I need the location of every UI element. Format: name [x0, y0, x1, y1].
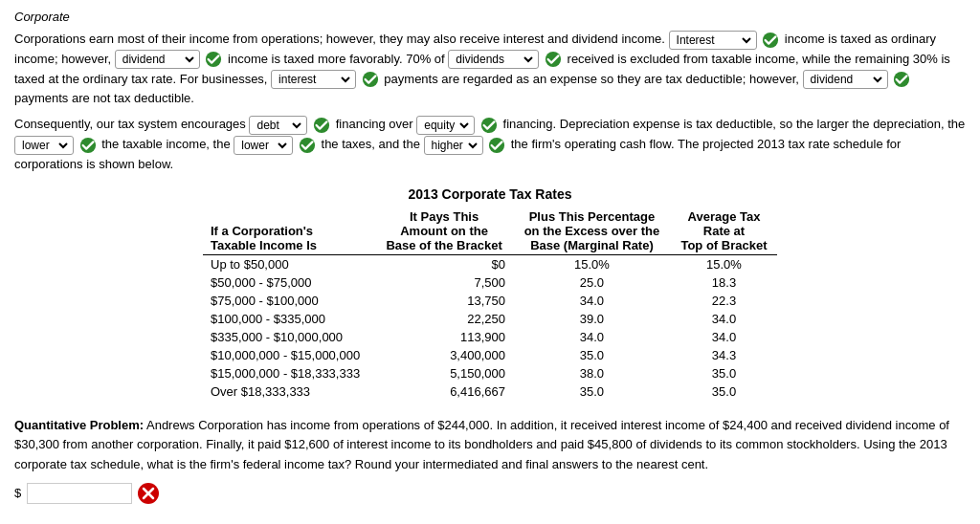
- select-equity[interactable]: equity debt: [416, 116, 475, 135]
- select-lower-2[interactable]: lower higher: [234, 136, 293, 155]
- table-row: $10,000,000 - $15,000,000 3,400,000 35.0…: [203, 346, 777, 364]
- table-row: $100,000 - $335,000 22,250 39.0 34.0: [203, 310, 777, 328]
- avg-cell: 22.3: [671, 292, 777, 310]
- select-higher[interactable]: higher lower: [424, 136, 483, 155]
- interest-select[interactable]: Interest Dividend Capital gain: [672, 33, 754, 48]
- select-lower-1[interactable]: lower higher: [14, 136, 74, 155]
- dollar-sign: $: [14, 484, 21, 504]
- paragraph-1: Corporations earn most of their income f…: [14, 30, 966, 109]
- col3-header: Plus This Percentageon the Excess over t…: [513, 207, 671, 255]
- check-icon-5: [893, 71, 910, 88]
- income-cell: $50,000 - $75,000: [203, 273, 375, 292]
- income-cell: $10,000,000 - $15,000,000: [203, 346, 375, 364]
- lower-1-select[interactable]: lower higher: [17, 138, 71, 153]
- lower-2-select[interactable]: lower higher: [236, 138, 290, 153]
- base-cell: 3,400,000: [375, 346, 513, 364]
- table-row: $15,000,000 - $18,333,333 5,150,000 38.0…: [203, 364, 777, 382]
- avg-cell: 34.0: [671, 328, 777, 346]
- x-icon: [142, 487, 155, 500]
- equity-select[interactable]: equity debt: [419, 118, 472, 133]
- check-icon-10: [488, 137, 505, 154]
- check-icon-4: [362, 71, 379, 88]
- text-6: Consequently, our tax system encourages: [14, 117, 249, 131]
- check-icon-7: [480, 117, 498, 134]
- marginal-cell: 25.0: [513, 273, 671, 292]
- answer-input[interactable]: [27, 483, 132, 504]
- marginal-cell: 38.0: [513, 364, 671, 382]
- dividend-1-select[interactable]: dividend interest capital gain: [118, 52, 197, 67]
- check-icon-3: [545, 51, 562, 68]
- text-4: payments are regarded as an expense so t…: [384, 72, 802, 86]
- avg-cell: 18.3: [671, 273, 777, 292]
- income-cell: $100,000 - $335,000: [203, 310, 375, 328]
- clear-button[interactable]: [138, 483, 159, 504]
- table-row: Up to $50,000 $0 15.0% 15.0%: [203, 254, 777, 273]
- income-cell: Up to $50,000: [203, 254, 375, 273]
- col1-header: If a Corporation'sTaxable Income Is: [203, 207, 375, 255]
- quantitative-body: Andrews Corporation has income from oper…: [14, 418, 949, 472]
- text-9: the taxable income, the: [101, 137, 234, 151]
- avg-cell: 35.0: [671, 364, 777, 382]
- tax-table-section: 2013 Corporate Tax Rates If a Corporatio…: [203, 186, 777, 401]
- select-dividend-1[interactable]: dividend interest capital gain: [115, 50, 200, 69]
- paragraph-2: Consequently, our tax system encourages …: [14, 115, 966, 174]
- table-row: Over $18,333,333 6,416,667 35.0 35.0: [203, 382, 777, 401]
- debt-select[interactable]: debt equity: [252, 118, 304, 133]
- select-debt[interactable]: debt equity: [249, 116, 307, 135]
- intro-text-1: Corporations earn most of their income f…: [14, 32, 665, 46]
- avg-cell: 34.3: [671, 346, 777, 364]
- check-icon-2: [205, 51, 222, 68]
- select-interest-2[interactable]: interest dividend capital gain: [271, 70, 356, 89]
- marginal-cell: 15.0%: [513, 254, 671, 273]
- base-cell: 7,500: [375, 273, 513, 292]
- marginal-cell: 39.0: [513, 310, 671, 328]
- text-2: income is taxed more favorably. 70% of: [228, 52, 448, 66]
- marginal-cell: 34.0: [513, 328, 671, 346]
- section-title: Corporate: [14, 10, 966, 24]
- tax-rate-table: If a Corporation'sTaxable Income Is It P…: [203, 207, 777, 401]
- quantitative-text: Quantitative Problem: Andrews Corporatio…: [14, 416, 966, 475]
- income-cell: $335,000 - $10,000,000: [203, 328, 375, 346]
- text-7: financing over: [336, 117, 417, 131]
- base-cell: 5,150,000: [375, 364, 513, 382]
- dividends-select[interactable]: dividends interest capital gains: [451, 52, 536, 67]
- dividend-2-select[interactable]: dividend interest capital gain: [806, 72, 885, 87]
- marginal-cell: 35.0: [513, 382, 671, 401]
- avg-cell: 34.0: [671, 310, 777, 328]
- avg-cell: 35.0: [671, 382, 777, 401]
- base-cell: 22,250: [375, 310, 513, 328]
- table-title: 2013 Corporate Tax Rates: [203, 186, 777, 202]
- select-dividends[interactable]: dividends interest capital gains: [448, 50, 539, 69]
- base-cell: 13,750: [375, 292, 513, 310]
- income-cell: Over $18,333,333: [203, 382, 375, 401]
- select-dividend-2[interactable]: dividend interest capital gain: [803, 70, 888, 89]
- check-icon-1: [762, 32, 779, 49]
- answer-row: $: [14, 483, 966, 504]
- higher-select[interactable]: higher lower: [427, 138, 480, 153]
- quantitative-label: Quantitative Problem:: [14, 418, 144, 432]
- marginal-cell: 35.0: [513, 346, 671, 364]
- marginal-cell: 34.0: [513, 292, 671, 310]
- income-cell: $15,000,000 - $18,333,333: [203, 364, 375, 382]
- text-10: the taxes, and the: [322, 137, 424, 151]
- table-row: $75,000 - $100,000 13,750 34.0 22.3: [203, 292, 777, 310]
- check-icon-6: [313, 117, 330, 134]
- income-cell: $75,000 - $100,000: [203, 292, 375, 310]
- base-cell: 113,900: [375, 328, 513, 346]
- table-row: $335,000 - $10,000,000 113,900 34.0 34.0: [203, 328, 777, 346]
- interest-2-select[interactable]: interest dividend capital gain: [274, 72, 353, 87]
- base-cell: $0: [375, 254, 513, 273]
- table-row: $50,000 - $75,000 7,500 25.0 18.3: [203, 273, 777, 292]
- col4-header: Average TaxRate atTop of Bracket: [671, 207, 777, 255]
- text-8: financing. Depreciation expense is tax d…: [503, 117, 966, 131]
- text-5: payments are not tax deductible.: [14, 91, 194, 105]
- col2-header: It Pays ThisAmount on theBase of the Bra…: [375, 207, 513, 255]
- check-icon-9: [299, 137, 316, 154]
- base-cell: 6,416,667: [375, 382, 513, 401]
- avg-cell: 15.0%: [671, 254, 777, 273]
- check-icon-8: [79, 137, 97, 154]
- select-interest[interactable]: Interest Dividend Capital gain: [669, 31, 757, 50]
- quantitative-section: Quantitative Problem: Andrews Corporatio…: [14, 416, 966, 504]
